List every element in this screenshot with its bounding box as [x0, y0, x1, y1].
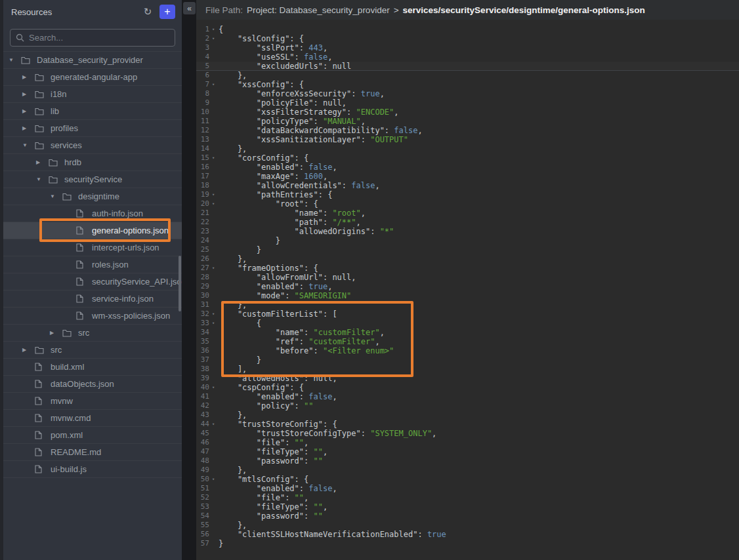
collapse-arrow-icon[interactable]: ▼: [36, 176, 49, 182]
tree-item-build-xml[interactable]: build.xml: [3, 359, 182, 376]
tree-item-mvnw-cmd[interactable]: mvnw.cmd: [3, 410, 182, 427]
code-text: "pathEntries": {: [217, 190, 332, 199]
fold-arrow-icon[interactable]: ▾: [209, 199, 217, 209]
code-editor[interactable]: 1▾{2▾ "sslConfig": {3 "sslPort": 443,4 "…: [196, 20, 739, 548]
expand-arrow-icon[interactable]: ▶: [22, 74, 35, 80]
tree-item-wm-xss-policies-json[interactable]: wm-xss-policies.json: [3, 308, 182, 325]
fold-spacer: [209, 282, 217, 291]
tree-item-hrdb[interactable]: ▶hrdb: [3, 154, 182, 171]
fold-spacer: [209, 355, 217, 365]
fold-spacer: [209, 181, 217, 190]
collapse-arrow-icon[interactable]: ▼: [22, 142, 35, 148]
expand-arrow-icon[interactable]: ▶: [50, 330, 62, 336]
tree-item-service-info-json[interactable]: service-info.json: [3, 290, 182, 308]
code-line: 20▾ "root": {: [196, 199, 739, 209]
code-text: },: [217, 521, 247, 530]
code-line: 56 "clientSSLHostNameVerificationEnabled…: [196, 530, 739, 539]
code-text: },: [217, 254, 247, 264]
expand-arrow-icon[interactable]: ▶: [22, 108, 35, 114]
fold-spacer: [209, 218, 217, 227]
tree-item-auth-info-json[interactable]: auth-info.json: [3, 205, 182, 222]
tree-item-label: securityService_API.json: [92, 277, 186, 287]
tree-item-pom-xml[interactable]: pom.xml: [3, 427, 182, 444]
line-number: 7: [196, 80, 209, 89]
tree-item-label: mvnw: [51, 396, 73, 406]
code-line: 10 "xssFilterStrategy": "ENCODE",: [196, 108, 739, 117]
tree-item-src[interactable]: ▶src: [3, 342, 182, 359]
tree-item-ui-build-js[interactable]: ui-build.js: [3, 461, 182, 478]
tree-item-mvnw[interactable]: mvnw: [3, 393, 182, 410]
fold-spacer: [209, 71, 217, 80]
line-number: 33: [196, 319, 209, 328]
code-text: "cspConfig": {: [217, 383, 304, 392]
collapse-arrow-icon[interactable]: ▼: [50, 193, 62, 199]
line-number: 34: [196, 328, 209, 337]
fold-spacer: [209, 346, 217, 355]
line-number: 49: [196, 466, 209, 475]
fold-arrow-icon[interactable]: ▾: [209, 80, 217, 89]
file-tree: ▼Database_security_provider▶generated-an…: [3, 51, 182, 478]
line-number: 44: [196, 420, 209, 429]
fold-arrow-icon[interactable]: ▾: [209, 153, 217, 163]
search-input[interactable]: [29, 33, 169, 43]
tree-item-securityservice[interactable]: ▼securityService: [3, 171, 182, 188]
line-number: 5: [196, 62, 209, 71]
fold-arrow-icon[interactable]: ▾: [209, 264, 217, 273]
tree-item-database-security-provider[interactable]: ▼Database_security_provider: [3, 52, 182, 69]
fold-arrow-icon[interactable]: ▾: [209, 190, 217, 199]
code-text: }: [217, 245, 261, 254]
tree-item-profiles[interactable]: ▶profiles: [3, 120, 182, 137]
fold-arrow-icon[interactable]: ▾: [209, 475, 217, 484]
refresh-icon[interactable]: ↻: [141, 5, 154, 18]
code-text: "xssConfig": {: [217, 80, 304, 89]
fold-spacer: [209, 328, 217, 337]
tree-item-services[interactable]: ▼services: [3, 137, 182, 154]
fold-arrow-icon[interactable]: ▾: [209, 383, 217, 392]
file-icon: [76, 209, 87, 218]
code-line: 13 "xssSanitizationLayer": "OUTPUT": [196, 135, 739, 144]
tree-item-securityservice-api-json[interactable]: securityService_API.json: [3, 273, 182, 290]
code-line: 46 "file": "",: [196, 438, 739, 447]
line-number: 21: [196, 209, 209, 218]
tree-item-generated-angular-app[interactable]: ▶generated-angular-app: [3, 69, 182, 86]
expand-arrow-icon[interactable]: ▶: [36, 159, 49, 165]
code-text: "allowedHosts": null,: [217, 374, 337, 383]
tree-item-roles-json[interactable]: roles.json: [3, 256, 182, 273]
tree-item-readme-md[interactable]: README.md: [3, 444, 182, 461]
fold-arrow-icon[interactable]: ▾: [209, 34, 217, 43]
tree-item-general-options-json[interactable]: general-options.json: [3, 222, 182, 239]
fold-arrow-icon[interactable]: ▾: [209, 319, 217, 328]
fold-spacer: [209, 43, 217, 52]
code-line: 21 "name": "root",: [196, 209, 739, 218]
fold-arrow-icon[interactable]: ▾: [209, 310, 217, 319]
code-line: 17 "maxAge": 1600,: [196, 172, 739, 181]
tree-item-src[interactable]: ▶src: [3, 325, 182, 342]
tree-item-label: lib: [51, 106, 59, 116]
expand-arrow-icon[interactable]: ▶: [22, 125, 35, 131]
fold-arrow-icon[interactable]: ▾: [209, 420, 217, 429]
tree-item-designtime[interactable]: ▼designtime: [3, 188, 182, 205]
code-text: "customFilterList": [: [217, 310, 337, 319]
collapse-sidebar-button[interactable]: «: [183, 2, 196, 14]
expand-arrow-icon[interactable]: ▶: [22, 347, 35, 353]
fold-arrow-icon[interactable]: ▾: [209, 25, 217, 34]
tree-item-intercept-urls-json[interactable]: intercept-urls.json: [3, 239, 182, 256]
tree-item-i18n[interactable]: ▶i18n: [3, 86, 182, 103]
line-number: 9: [196, 98, 209, 108]
code-line: 41 "enabled": false,: [196, 392, 739, 401]
line-number: 2: [196, 34, 209, 43]
code-line: 40▾ "cspConfig": {: [196, 383, 739, 392]
code-text: "ref": "customFilter",: [217, 337, 380, 346]
tree-item-lib[interactable]: ▶lib: [3, 103, 182, 120]
expand-arrow-icon[interactable]: ▶: [22, 91, 35, 97]
breadcrumb-separator: >: [394, 5, 399, 15]
file-icon: [76, 277, 87, 287]
code-line: 4 "useSSL": false,: [196, 52, 739, 62]
code-line: 26 },: [196, 254, 739, 264]
file-path-project: Project: Database_security_provider: [247, 5, 390, 15]
add-button[interactable]: +: [159, 5, 175, 19]
collapse-arrow-icon[interactable]: ▼: [9, 57, 21, 63]
tree-item-dataobjects-json[interactable]: dataObjects.json: [3, 376, 182, 393]
line-number: 19: [196, 190, 209, 199]
sidebar-scrollbar[interactable]: [179, 256, 181, 311]
